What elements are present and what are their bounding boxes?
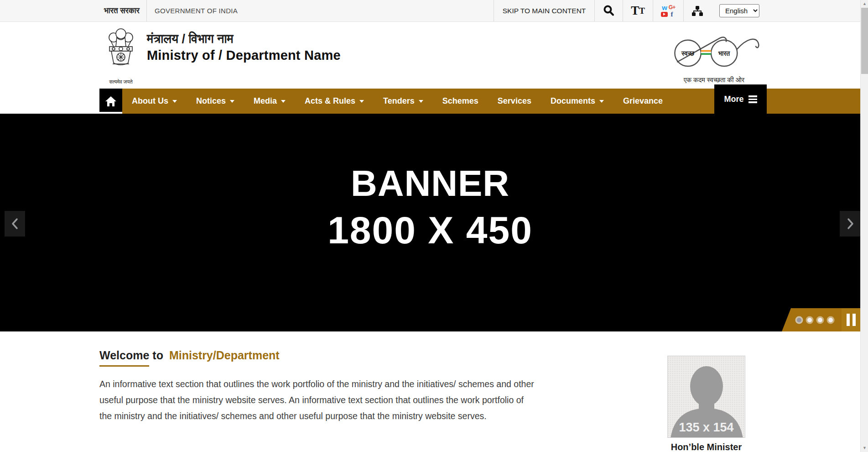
scrollbar[interactable]: ▲ ▼ bbox=[860, 0, 868, 452]
text-size-icon: T bbox=[631, 5, 639, 17]
home-icon bbox=[105, 96, 116, 106]
chevron-down-icon bbox=[599, 100, 604, 103]
ministry-title-english: Ministry of / Department Name bbox=[147, 48, 341, 63]
nav-spacer bbox=[672, 89, 714, 114]
nav-item-home[interactable] bbox=[99, 89, 122, 114]
page: भारत सरकार GOVERNMENT OF INDIA SKIP TO M… bbox=[0, 0, 860, 452]
swachh-bharat-icon: स्वच्छ भारत bbox=[667, 28, 761, 75]
chevron-right-icon bbox=[846, 217, 855, 231]
ministry-name-highlight: Ministry/Department bbox=[169, 349, 280, 362]
pause-icon bbox=[847, 314, 850, 326]
chevron-down-icon bbox=[230, 100, 234, 103]
govt-hindi-label: भारत सरकार bbox=[104, 6, 146, 16]
social-media-icons: w G+ f bbox=[661, 4, 676, 18]
nav-tail bbox=[767, 89, 860, 114]
chevron-down-icon bbox=[359, 100, 364, 103]
more-menu-button[interactable]: More bbox=[714, 84, 767, 114]
skip-to-main-content-link[interactable]: SKIP TO MAIN CONTENT bbox=[494, 7, 595, 15]
chevron-left-icon bbox=[10, 217, 20, 231]
banner-line2: 1800 X 450 bbox=[0, 208, 860, 252]
carousel-next-button[interactable] bbox=[840, 211, 860, 237]
chevron-down-icon bbox=[419, 100, 423, 103]
site-header: सत्यमेव जयते मंत्रालय / विभाग नाम Minist… bbox=[0, 22, 860, 89]
nav-item-tenders[interactable]: Tenders bbox=[374, 89, 433, 114]
chevron-down-icon bbox=[172, 100, 177, 103]
carousel-dot-2[interactable] bbox=[807, 318, 812, 322]
swachh-bharat-logo[interactable]: स्वच्छ भारत एक कदम स्वच्छता की ओर bbox=[667, 28, 761, 84]
top-utility-bar: भारत सरकार GOVERNMENT OF INDIA SKIP TO M… bbox=[0, 0, 860, 22]
nav-item-about-us[interactable]: About Us bbox=[122, 89, 187, 114]
language-select[interactable]: English bbox=[719, 4, 759, 17]
welcome-word: Welcome bbox=[99, 349, 149, 367]
minister-photo[interactable]: 135 x 154 bbox=[667, 356, 745, 438]
nav-item-grievance[interactable]: Grievance bbox=[613, 89, 672, 114]
swachh-tagline: एक कदम स्वच्छता की ओर bbox=[667, 76, 761, 84]
ashoka-emblem-icon bbox=[106, 26, 135, 77]
minister-card: 135 x 154 Hon’ble Minister bbox=[667, 356, 745, 452]
search-icon bbox=[603, 5, 615, 17]
svg-text:स्वच्छ: स्वच्छ bbox=[681, 50, 695, 57]
nav-item-documents[interactable]: Documents bbox=[541, 89, 613, 114]
chevron-down-icon bbox=[281, 100, 286, 103]
carousel-dots bbox=[797, 318, 833, 322]
twitter-icon: w bbox=[661, 4, 668, 11]
search-button[interactable] bbox=[595, 0, 623, 21]
welcome-heading: WelcometoMinistry/Department bbox=[99, 349, 860, 367]
nav-item-notices[interactable]: Notices bbox=[187, 89, 244, 114]
nav-item-acts-rules[interactable]: Acts & Rules bbox=[295, 89, 374, 114]
site-logo-link[interactable]: सत्यमेव जयते मंत्रालय / विभाग नाम Minist… bbox=[103, 26, 341, 85]
nav-item-schemes[interactable]: Schemes bbox=[433, 89, 488, 114]
nav-item-services[interactable]: Services bbox=[488, 89, 541, 114]
carousel-dot-3[interactable] bbox=[818, 318, 822, 322]
scrollbar-thumb[interactable] bbox=[861, 8, 868, 74]
photo-size-placeholder: 135 x 154 bbox=[668, 420, 745, 435]
googleplus-icon: G+ bbox=[668, 4, 676, 11]
carousel-dot-1[interactable] bbox=[797, 318, 801, 322]
main-content: WelcometoMinistry/Department An informat… bbox=[0, 331, 860, 452]
carousel-pause-button[interactable] bbox=[842, 308, 860, 331]
facebook-icon: f bbox=[668, 11, 676, 18]
nav-item-media[interactable]: Media bbox=[244, 89, 295, 114]
main-navigation: About Us Notices Media Acts & Rules Tend… bbox=[99, 89, 860, 114]
carousel-controls bbox=[771, 308, 860, 331]
sitemap-button[interactable] bbox=[684, 0, 711, 21]
carousel-prev-button[interactable] bbox=[5, 211, 25, 237]
hero-carousel: BANNER 1800 X 450 bbox=[0, 114, 860, 331]
carousel-dot-4[interactable] bbox=[828, 318, 833, 322]
minister-label: Hon’ble Minister bbox=[667, 442, 745, 452]
banner-line1: BANNER bbox=[0, 163, 860, 205]
intro-paragraph: An informative text section that outline… bbox=[99, 376, 536, 424]
scrollbar-down-arrow[interactable]: ▼ bbox=[861, 444, 868, 452]
scrollbar-up-arrow[interactable]: ▲ bbox=[861, 0, 868, 8]
text-size-button[interactable]: TT bbox=[623, 0, 653, 21]
national-emblem: सत्यमेव जयते bbox=[103, 26, 139, 85]
emblem-motto: सत्यमेव जयते bbox=[103, 79, 139, 85]
banner-placeholder-text: BANNER 1800 X 450 bbox=[0, 163, 860, 252]
svg-text:भारत: भारत bbox=[718, 50, 730, 57]
hamburger-icon bbox=[748, 94, 757, 105]
social-media-button[interactable]: w G+ f bbox=[653, 0, 683, 21]
ministry-title-hindi: मंत्रालय / विभाग नाम bbox=[147, 32, 341, 46]
youtube-icon bbox=[661, 12, 668, 17]
government-of-india-label: GOVERNMENT OF INDIA bbox=[147, 7, 238, 15]
sitemap-icon bbox=[691, 5, 703, 17]
